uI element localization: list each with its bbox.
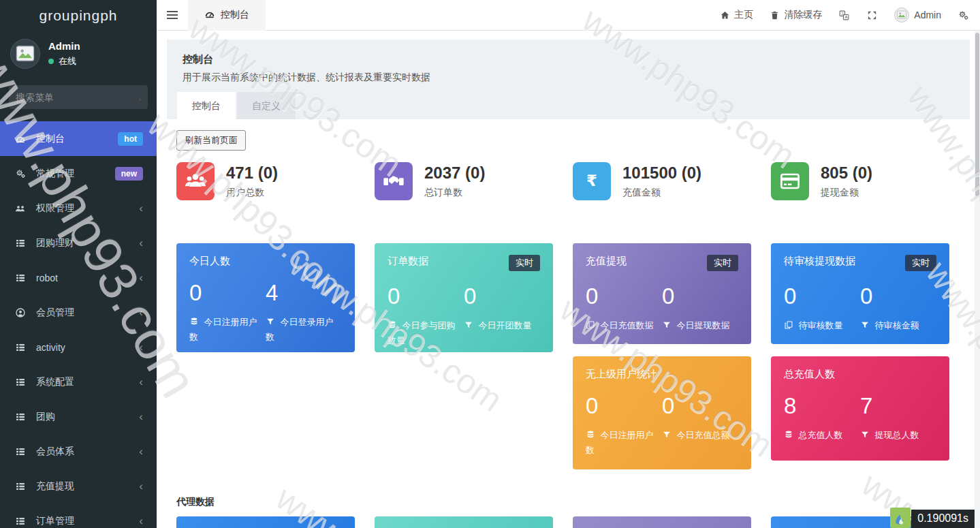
filter-icon: [266, 317, 278, 327]
stat-label: 充值金额: [622, 187, 701, 199]
list-icon: [15, 342, 29, 353]
sidebar-item[interactable]: 会员管理‹: [0, 295, 157, 330]
online-status-dot: [48, 59, 54, 64]
svg-text:文: 文: [841, 11, 844, 15]
card-stat-label: 今日参与团购数量: [388, 318, 464, 348]
database-icon: [388, 320, 400, 330]
filter-icon: [662, 430, 674, 440]
card-stat-label: 今日开团数量: [464, 318, 540, 333]
filter-icon: [860, 320, 872, 330]
sidebar-item-label: 系统配置: [36, 376, 74, 388]
card-title: 充值提现: [586, 255, 627, 268]
card-stat-label: 今日注册用户数: [586, 428, 662, 458]
database-icon: [586, 430, 598, 440]
copy-icon: [586, 320, 598, 330]
sidebar-item[interactable]: 权限管理‹: [0, 191, 157, 226]
info-card: 待审核提现数据实时0 待审核数量0 待审核金额: [771, 243, 949, 344]
card-header: 订单数据实时: [388, 255, 540, 271]
search-input[interactable]: [16, 92, 139, 103]
card-title: 待审核提现数据: [784, 255, 855, 268]
sidebar-item[interactable]: 系统配置‹: [0, 364, 157, 399]
stat-label: 用户总数: [226, 187, 278, 199]
stat-text: 805 (0)提现金额: [821, 164, 872, 199]
card-stat: 0 今日注册用户数: [586, 393, 662, 458]
card-stat-label: 今日注册用户数: [189, 315, 266, 345]
sidebar-item[interactable]: 订单管理‹: [0, 503, 157, 528]
copy-icon: [784, 320, 796, 330]
list-icon: [15, 411, 29, 422]
agent-section-title: 代理数据: [176, 496, 215, 508]
card-stats: 0 待审核数量0 待审核金额: [784, 283, 936, 333]
sidebar-item-label: 订单管理: [36, 515, 74, 527]
card-stat: 0 今日充值数据: [586, 283, 662, 333]
sidebar-item-label: 团购: [36, 411, 55, 423]
sidebar-item[interactable]: 控制台hot: [0, 121, 157, 156]
page-tabs: 控制台自定义: [177, 92, 297, 119]
stat-value: 805 (0): [821, 164, 872, 183]
stat-box: 2037 (0)总订单数: [375, 162, 553, 200]
card-stats: 0 今日参与团购数量0 今日开团数量: [388, 283, 540, 348]
card-stat-value: 0: [586, 393, 662, 419]
sidebar-item[interactable]: 常规管理new: [0, 156, 157, 191]
sidebar-item[interactable]: 充值提现‹: [0, 469, 157, 503]
card-stat-label: 总充值人数: [784, 428, 860, 443]
card-stat-value: 0: [860, 283, 936, 309]
chevron-left-icon: ‹: [139, 307, 143, 318]
sidebar-item[interactable]: 会员体系‹: [0, 434, 157, 469]
dashboard-icon: [204, 9, 221, 22]
refresh-page-button[interactable]: 刷新当前页面: [176, 130, 246, 151]
fullscreen-icon[interactable]: [866, 10, 878, 21]
stat-text: 2037 (0)总订单数: [424, 164, 485, 199]
user-menu[interactable]: Admin: [894, 7, 941, 22]
navbar-tab-dashboard[interactable]: 控制台: [188, 0, 266, 31]
language-icon[interactable]: 文A: [838, 10, 850, 21]
user-circle-icon: [15, 307, 29, 318]
card-stats: 0 今日充值数据0 今日提现数据: [586, 283, 738, 333]
card-stat: 0 今日充值总额: [662, 393, 738, 458]
clear-cache-link[interactable]: 清除缓存: [770, 9, 822, 21]
card-stat-label: 今日提现数据: [662, 318, 738, 333]
info-card: 订单数据实时0 今日参与团购数量0 今日开团数量: [375, 243, 553, 352]
search-icon[interactable]: [139, 91, 141, 104]
stat-label: 提现金额: [821, 187, 872, 199]
home-link[interactable]: 主页: [720, 9, 753, 21]
info-card: 总充值人数8 总充值人数7 提现总人数: [771, 356, 949, 461]
list-icon: [15, 516, 29, 527]
broken-image-icon: [15, 44, 35, 64]
scrollbar-thumb[interactable]: [975, 33, 979, 196]
card-stat: 0 待审核数量: [784, 283, 860, 333]
sidebar-menu: 控制台hot常规管理new权限管理‹团购理财‹robot‹会员管理‹activi…: [0, 121, 157, 528]
card-stat-value: 0: [464, 283, 540, 309]
settings-gears-icon[interactable]: [958, 10, 969, 21]
sidebar-item-label: 会员体系: [36, 446, 74, 458]
list-icon: [15, 446, 29, 457]
card-title: 无上级用户统计: [586, 368, 657, 381]
tab-inactive[interactable]: 自定义: [237, 92, 296, 119]
card-stat-value: 0: [189, 280, 266, 306]
stat-boxes-row: 471 (0)用户总数2037 (0)总订单数₹101500 (0)充值金额80…: [176, 162, 949, 200]
chevron-left-icon: ‹: [139, 272, 143, 283]
sidebar-item-label: 充值提现: [36, 480, 74, 493]
page-header: 控制台 用于展示当前系统中的统计数据、统计报表及重要实时数据 控制台自定义: [167, 40, 970, 119]
card-header: 总充值人数: [784, 368, 936, 381]
realtime-badge: 实时: [905, 255, 936, 271]
chevron-left-icon: ‹: [139, 202, 143, 214]
chevron-left-icon: ‹: [139, 411, 143, 422]
sidebar-item[interactable]: robot‹: [0, 260, 157, 295]
sidebar-item[interactable]: activity‹: [0, 330, 157, 364]
sidebar-item[interactable]: 团购‹: [0, 399, 157, 434]
thinkphp-logo-icon[interactable]: [889, 508, 911, 528]
users-group-icon: [176, 162, 215, 200]
chevron-left-icon: ‹: [139, 480, 143, 492]
card-stat-label: 今日登录用户数: [266, 315, 342, 345]
tab-active[interactable]: 控制台: [177, 92, 236, 119]
app-logo[interactable]: groupingph: [0, 0, 157, 31]
sidebar-toggle-icon[interactable]: [157, 0, 188, 31]
svg-text:A: A: [845, 15, 848, 19]
sidebar-search: [9, 85, 148, 109]
stat-label: 总订单数: [424, 187, 485, 199]
sidebar-item[interactable]: 团购理财‹: [0, 226, 157, 260]
user-status: 在线: [48, 55, 80, 67]
list-icon: [15, 481, 29, 492]
info-card: 无上级用户统计0 今日注册用户数0 今日充值总额: [573, 356, 751, 469]
